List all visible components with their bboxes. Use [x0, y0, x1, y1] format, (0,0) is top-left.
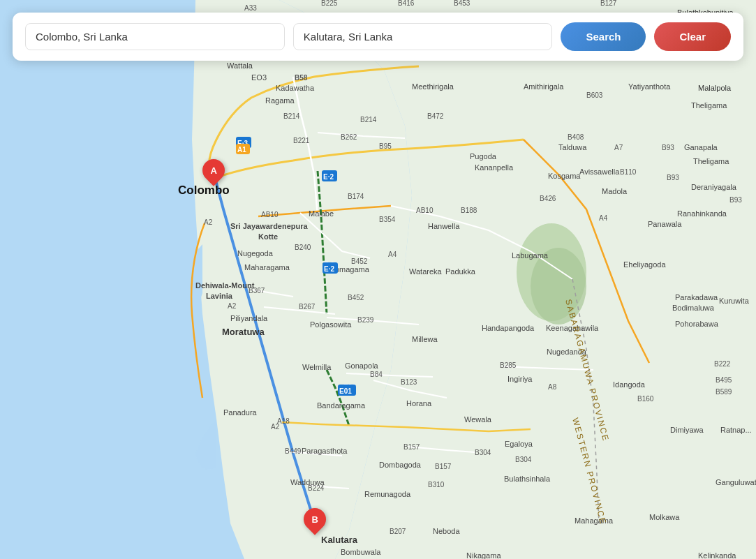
svg-text:B239: B239: [357, 316, 374, 324]
svg-text:B267: B267: [299, 303, 316, 311]
svg-text:Polgasowita: Polgasowita: [310, 320, 352, 329]
svg-text:B93: B93: [667, 174, 679, 181]
svg-text:Hanwella: Hanwella: [428, 222, 460, 230]
svg-text:Madola: Madola: [602, 187, 628, 195]
svg-text:Bombuwala: Bombuwala: [341, 548, 381, 556]
svg-text:B221: B221: [293, 137, 310, 144]
svg-text:B207: B207: [390, 528, 406, 535]
svg-text:B110: B110: [620, 168, 637, 176]
svg-text:A33: A33: [244, 4, 257, 12]
svg-text:AB10: AB10: [416, 207, 433, 214]
svg-text:Nikagama: Nikagama: [466, 551, 501, 559]
svg-text:Bulathsinhala: Bulathsinhala: [504, 475, 551, 483]
svg-text:B58: B58: [295, 74, 308, 82]
svg-text:Pohorabawa: Pohorabawa: [675, 320, 719, 328]
svg-text:Wewala: Wewala: [464, 415, 492, 424]
svg-text:Malalpola: Malalpola: [698, 84, 732, 92]
svg-text:B157: B157: [435, 463, 452, 470]
svg-text:Ragama: Ragama: [265, 96, 295, 105]
pin-b: B: [304, 508, 326, 530]
svg-text:B240: B240: [295, 244, 311, 251]
svg-text:B603: B603: [586, 91, 603, 99]
svg-text:Kotte: Kotte: [258, 232, 278, 241]
svg-text:Molkawa: Molkawa: [649, 513, 680, 521]
svg-text:Parakadawa: Parakadawa: [675, 293, 718, 301]
svg-text:B262: B262: [341, 133, 357, 141]
svg-text:Dehiwala-Mount: Dehiwala-Mount: [195, 281, 255, 290]
svg-text:Remunagoda: Remunagoda: [364, 490, 411, 498]
svg-text:Dimiyawa: Dimiyawa: [670, 426, 704, 434]
svg-text:Panawala: Panawala: [648, 220, 682, 228]
svg-text:Kananpella: Kananpella: [475, 163, 514, 172]
svg-text:B285: B285: [500, 362, 517, 369]
svg-text:E·2: E·2: [324, 265, 334, 273]
svg-text:B95: B95: [379, 142, 392, 150]
clear-button[interactable]: Clear: [654, 22, 731, 51]
svg-text:Meethirigala: Meethirigala: [412, 82, 454, 91]
origin-input[interactable]: [25, 23, 285, 50]
svg-text:B589: B589: [716, 388, 732, 396]
svg-text:Horana: Horana: [406, 399, 432, 408]
svg-text:B495: B495: [716, 376, 732, 384]
svg-text:A8: A8: [548, 383, 557, 391]
svg-text:E·2: E·2: [323, 173, 334, 181]
svg-text:Welmilla: Welmilla: [302, 363, 332, 371]
svg-text:Bodimaluwa: Bodimaluwa: [672, 304, 715, 312]
map-background: B225 B416 A33 B453 B127 Bulathkohupitiya…: [0, 0, 756, 559]
search-button[interactable]: Search: [561, 22, 646, 51]
svg-text:B453: B453: [454, 0, 470, 7]
svg-text:Moratuwa: Moratuwa: [222, 327, 265, 337]
svg-text:B224: B224: [308, 484, 325, 492]
svg-text:B222: B222: [714, 360, 731, 368]
svg-text:B426: B426: [540, 195, 556, 202]
destination-input[interactable]: [293, 23, 553, 50]
svg-text:Paragasthota: Paragasthota: [302, 447, 348, 455]
svg-text:Neboda: Neboda: [433, 527, 460, 535]
svg-text:EO3: EO3: [251, 73, 267, 82]
svg-text:Handapangoda: Handapangoda: [482, 324, 535, 332]
svg-text:B408: B408: [568, 133, 584, 141]
svg-text:Amithirigala: Amithirigala: [524, 82, 564, 91]
svg-text:B452: B452: [351, 258, 368, 265]
svg-text:Sri Jayawardenepura: Sri Jayawardenepura: [230, 222, 309, 230]
svg-text:Millewa: Millewa: [412, 335, 438, 343]
svg-text:A2: A2: [271, 423, 280, 431]
svg-text:B310: B310: [428, 481, 445, 489]
svg-text:B160: B160: [637, 395, 654, 403]
svg-text:Kalutara: Kalutara: [321, 535, 358, 545]
svg-text:Eheliyagoda: Eheliyagoda: [623, 260, 666, 269]
svg-text:Panadura: Panadura: [223, 408, 258, 417]
svg-text:A4: A4: [388, 251, 397, 258]
svg-text:B214: B214: [360, 116, 377, 124]
svg-text:B416: B416: [398, 0, 415, 7]
svg-text:Ranahinkanda: Ranahinkanda: [677, 209, 727, 218]
svg-text:Ingiriya: Ingiriya: [507, 375, 533, 383]
svg-text:B367: B367: [249, 287, 265, 295]
svg-text:A2: A2: [204, 218, 213, 226]
svg-text:Piliyandala: Piliyandala: [230, 314, 268, 322]
pin-a: A: [202, 159, 225, 181]
svg-text:Maharagama: Maharagama: [244, 263, 290, 271]
svg-text:B157: B157: [403, 443, 420, 451]
svg-text:B304: B304: [515, 456, 532, 463]
svg-text:Kosgama: Kosgama: [548, 172, 581, 180]
svg-text:Bandaragama: Bandaragama: [317, 401, 366, 410]
svg-text:E01: E01: [339, 387, 352, 395]
svg-text:Malabe: Malabe: [309, 209, 334, 218]
svg-text:B127: B127: [600, 0, 617, 7]
svg-text:B225: B225: [321, 0, 338, 7]
svg-text:B123: B123: [401, 378, 417, 386]
search-bar: Search Clear: [13, 13, 743, 61]
svg-text:Labugama: Labugama: [512, 251, 549, 260]
svg-text:Talduwa: Talduwa: [558, 143, 587, 151]
svg-text:B472: B472: [427, 112, 444, 120]
svg-text:Avissawella: Avissawella: [579, 167, 620, 176]
svg-text:Kuruwita: Kuruwita: [719, 297, 750, 305]
svg-text:B93: B93: [662, 144, 674, 151]
svg-text:Gonapola: Gonapola: [345, 362, 379, 370]
svg-text:B354: B354: [379, 216, 396, 223]
svg-text:B304: B304: [475, 449, 491, 456]
svg-text:Colombo: Colombo: [178, 184, 230, 197]
svg-text:Wattala: Wattala: [227, 61, 253, 70]
svg-text:A7: A7: [614, 144, 623, 151]
